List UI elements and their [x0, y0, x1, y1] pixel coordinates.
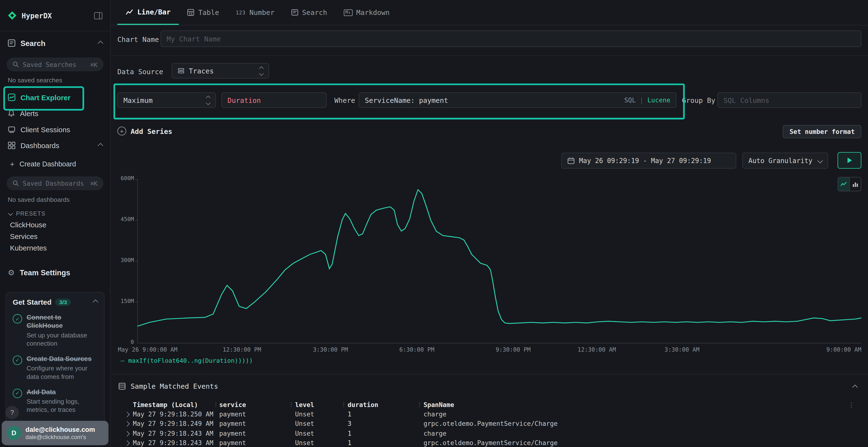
markdown-icon: M↓: [344, 9, 352, 16]
column-handle-icon[interactable]: ⋮: [213, 402, 219, 408]
granularity-select[interactable]: Auto Granularity: [742, 153, 828, 169]
chevron-down-icon: [817, 158, 823, 164]
add-series-button[interactable]: + Add Series: [117, 127, 173, 136]
get-started-item[interactable]: ✓ Add Data Start sending logs, metrics, …: [13, 388, 97, 414]
chevron-up-icon[interactable]: [98, 143, 103, 148]
preset-label: ClickHouse: [10, 220, 46, 229]
data-source-value: Traces: [189, 67, 214, 75]
column-handle-icon[interactable]: ⋮: [288, 402, 294, 408]
field-input[interactable]: [221, 92, 327, 108]
cell-duration: 1: [348, 429, 351, 437]
sidebar-item-team-settings[interactable]: ⚙ Team Settings: [0, 264, 110, 281]
saved-searches-placeholder: Saved Searches: [23, 61, 76, 68]
sidebar-section-search[interactable]: Search: [0, 35, 110, 51]
preset-item-kubernetes[interactable]: Kubernetes: [0, 242, 110, 253]
main-content: Line/Bar Table 123 Number Search M↓ Ma: [111, 0, 868, 447]
no-saved-dashboards-text: No saved dashboards: [8, 196, 70, 203]
cell-timestamp: May 27 9:29:18.243 AM: [133, 429, 213, 437]
sidebar-item-alerts[interactable]: Alerts: [0, 106, 110, 121]
column-header-timestamp[interactable]: Timestamp (Local): [133, 401, 198, 409]
date-range-input[interactable]: May 26 09:29:19 - May 27 09:29:19: [561, 153, 736, 169]
expand-row-icon[interactable]: [124, 441, 130, 446]
preset-item-clickhouse[interactable]: ClickHouse: [0, 219, 110, 230]
chevron-up-icon[interactable]: [98, 40, 103, 46]
where-input[interactable]: ServiceName: payment SQL | Lucene: [359, 92, 677, 108]
cell-duration: 3: [348, 420, 351, 427]
tab-search[interactable]: Search: [283, 0, 335, 25]
data-source-select[interactable]: Traces: [172, 63, 269, 78]
get-started-header[interactable]: Get Started 3/3: [13, 298, 97, 306]
cell-timestamp: May 27 9:29:18.249 AM: [133, 420, 213, 427]
table-menu-icon[interactable]: ⋮: [848, 402, 855, 409]
calendar-icon: [567, 157, 575, 164]
sidebar-item-label: Dashboards: [21, 141, 59, 149]
saved-searches-input[interactable]: Saved Searches ⌘K: [7, 58, 104, 71]
column-header-duration[interactable]: duration: [348, 401, 378, 409]
saved-dashboards-input[interactable]: Saved Dashboards ⌘K: [7, 176, 104, 190]
sample-events-header[interactable]: Sample Matched Events: [118, 382, 218, 390]
tab-markdown[interactable]: M↓ Markdown: [335, 0, 398, 25]
sidebar-item-label: Client Sessions: [21, 125, 70, 133]
x-tick-label: 12:30:00 PM: [222, 346, 261, 353]
collapse-sidebar-icon[interactable]: [94, 12, 102, 19]
dashboards-icon: [8, 142, 16, 149]
tab-line-bar[interactable]: Line/Bar: [117, 0, 179, 25]
column-handle-icon[interactable]: ⋮: [417, 402, 423, 408]
sidebar-item-chart-explorer[interactable]: Chart Explorer: [0, 90, 110, 105]
chart-name-label: Chart Name: [117, 35, 159, 44]
chart-legend[interactable]: — maxIf(toFloat640..ng(Duration))))): [121, 357, 253, 365]
get-started-item[interactable]: ✓ Connect to ClickHouse Set up your data…: [13, 314, 97, 348]
column-handle-icon[interactable]: ⋮: [341, 402, 346, 408]
run-query-button[interactable]: [838, 152, 862, 169]
create-dashboard-button[interactable]: + Create Dashboard: [0, 158, 110, 171]
cell-timestamp: May 27 9:29:18.243 AM: [133, 439, 213, 447]
select-chevrons-icon: [260, 67, 263, 75]
column-header-spanname[interactable]: SpanName: [424, 401, 454, 409]
chart-canvas[interactable]: [137, 176, 861, 343]
tab-table[interactable]: Table: [179, 0, 227, 25]
play-icon: [847, 158, 851, 163]
expand-row-icon[interactable]: [124, 421, 130, 426]
collapse-panel-icon[interactable]: [852, 385, 858, 390]
data-source-label: Data Source: [117, 67, 163, 76]
sidebar-item-dashboards[interactable]: Dashboards: [0, 138, 110, 153]
sql-toggle[interactable]: SQL: [624, 96, 636, 104]
query-language-toggle: SQL | Lucene: [624, 96, 670, 104]
no-saved-searches-text: No saved searches: [8, 77, 62, 83]
chart-name-input[interactable]: [161, 30, 862, 47]
user-email: dale@clickhouse.com: [26, 426, 95, 434]
user-subtext: dale@clickhouse.com's: [26, 434, 95, 440]
create-dashboard-label: Create Dashboard: [20, 161, 76, 168]
set-number-format-button[interactable]: Set number format: [783, 125, 861, 138]
x-tick-label: 12:30:00 AM: [578, 346, 616, 353]
datasource-icon: [178, 67, 184, 74]
chart-type-tabs: Line/Bar Table 123 Number Search M↓ Ma: [111, 0, 868, 26]
aggregation-value: Maximum: [123, 96, 153, 104]
cell-spanname: charge: [424, 410, 446, 418]
expand-row-icon[interactable]: [124, 431, 130, 437]
tab-number[interactable]: 123 Number: [227, 0, 283, 25]
avatar: D: [7, 426, 21, 440]
brand-row: HyperDX: [0, 8, 110, 23]
table-icon: [187, 9, 194, 16]
cell-duration: 1: [348, 439, 351, 447]
presets-toggle[interactable]: PRESETS: [0, 208, 110, 219]
preset-label: Kubernetes: [10, 243, 47, 252]
expand-row-icon[interactable]: [124, 412, 130, 417]
user-menu[interactable]: D dale@clickhouse.com dale@clickhouse.co…: [2, 421, 108, 445]
sidebar-item-client-sessions[interactable]: Client Sessions: [0, 122, 110, 137]
chevron-up-icon[interactable]: [93, 299, 98, 305]
column-header-service[interactable]: service: [219, 401, 246, 409]
aggregation-select[interactable]: Maximum: [117, 92, 216, 108]
preset-item-services[interactable]: Services: [0, 231, 110, 242]
get-started-item[interactable]: ✓ Create Data Sources Configure where yo…: [13, 355, 97, 381]
column-header-level[interactable]: level: [295, 401, 314, 409]
help-button[interactable]: ?: [5, 406, 19, 419]
cell-level: Unset: [295, 420, 314, 427]
get-started-item-subtitle: Configure where your data comes from: [27, 365, 97, 381]
y-tick-label: 450M: [115, 216, 134, 222]
lucene-toggle[interactable]: Lucene: [647, 96, 670, 104]
group-by-input[interactable]: [717, 92, 862, 108]
chevron-down-icon: [8, 211, 13, 215]
legend-marker: —: [121, 357, 124, 365]
